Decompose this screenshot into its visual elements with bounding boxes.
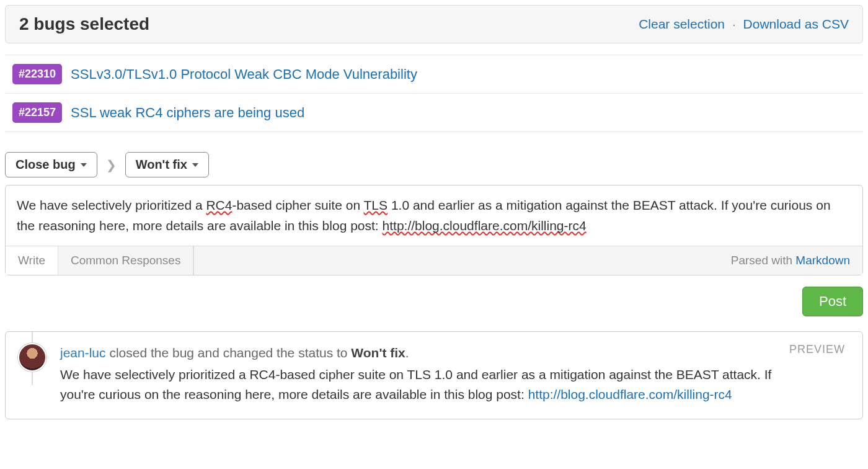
- close-bug-label: Close bug: [16, 158, 76, 172]
- post-row: Post: [5, 287, 863, 316]
- markdown-link[interactable]: Markdown: [795, 254, 850, 267]
- caret-down-icon: [81, 163, 87, 167]
- bug-title-link[interactable]: SSLv3.0/TLSv1.0 Protocol Weak CBC Mode V…: [71, 66, 417, 83]
- bug-row: #22310 SSLv3.0/TLSv1.0 Protocol Weak CBC…: [5, 55, 863, 93]
- preview-status: Won't fix: [351, 346, 405, 360]
- bug-id-badge[interactable]: #22310: [12, 64, 62, 84]
- wont-fix-label: Won't fix: [136, 158, 187, 172]
- wont-fix-dropdown[interactable]: Won't fix: [125, 152, 209, 177]
- avatar: [18, 343, 46, 372]
- chevron-right-icon: ❯: [106, 158, 117, 172]
- comment-editor: We have selectively prioritized a RC4-ba…: [5, 185, 863, 275]
- preview-message: We have selectively prioritized a RC4-ba…: [60, 365, 784, 405]
- preview-action-line: jean-luc closed the bug and changed the …: [60, 343, 784, 364]
- parsed-with-label: Parsed with Markdown: [193, 246, 862, 275]
- preview-user[interactable]: jean-luc: [60, 346, 106, 360]
- tab-write[interactable]: Write: [6, 246, 58, 275]
- separator-dot: ·: [732, 17, 736, 31]
- bug-title-link[interactable]: SSL weak RC4 ciphers are being used: [71, 105, 304, 121]
- caret-down-icon: [192, 163, 198, 167]
- selection-bar: 2 bugs selected Clear selection · Downlo…: [5, 5, 863, 43]
- post-button[interactable]: Post: [802, 287, 863, 316]
- bug-id-badge[interactable]: #22157: [12, 102, 62, 123]
- close-bug-dropdown[interactable]: Close bug: [5, 152, 97, 177]
- comment-textarea[interactable]: We have selectively prioritized a RC4-ba…: [6, 185, 862, 246]
- editor-tabs: Write Common Responses Parsed with Markd…: [6, 246, 862, 275]
- selection-actions: Clear selection · Download as CSV: [639, 17, 849, 32]
- action-row: Close bug ❯ Won't fix: [5, 152, 863, 177]
- selection-title: 2 bugs selected: [19, 14, 149, 34]
- preview-panel: PREVIEW jean-luc closed the bug and chan…: [5, 331, 863, 419]
- preview-body: jean-luc closed the bug and changed the …: [18, 343, 784, 405]
- bug-list: #22310 SSLv3.0/TLSv1.0 Protocol Weak CBC…: [5, 55, 863, 132]
- timeline: [18, 343, 46, 372]
- spellcheck-word: RC4: [206, 198, 232, 212]
- preview-label: PREVIEW: [784, 343, 850, 356]
- download-csv-link[interactable]: Download as CSV: [743, 17, 849, 31]
- preview-text: jean-luc closed the bug and changed the …: [60, 343, 784, 405]
- preview-link[interactable]: http://blog.cloudflare.com/killing-rc4: [528, 387, 732, 401]
- bug-row: #22157 SSL weak RC4 ciphers are being us…: [5, 93, 863, 132]
- spellcheck-word: TLS: [364, 198, 388, 212]
- spellcheck-url: http://blog.cloudflare.com/killing-rc4: [383, 218, 587, 233]
- clear-selection-link[interactable]: Clear selection: [639, 17, 725, 31]
- tab-common-responses[interactable]: Common Responses: [58, 246, 193, 275]
